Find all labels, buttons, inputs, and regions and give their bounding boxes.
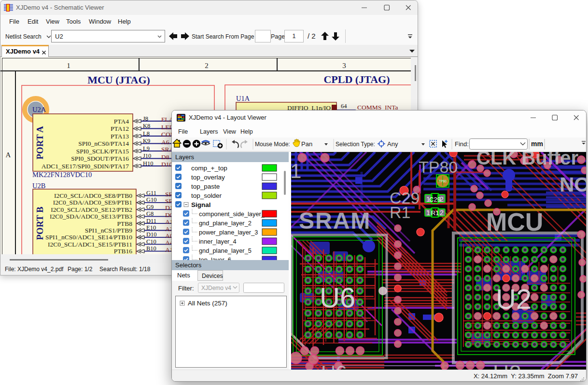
svg-text:gnd_plane_layer_5: gnd_plane_layer_5 — [199, 247, 252, 254]
svg-text:SPI0_nCS0/PTA14: SPI0_nCS0/PTA14 — [78, 140, 129, 147]
svg-text:SRAM: SRAM — [299, 208, 371, 234]
svg-text:CLK Buffer: CLK Buffer — [476, 152, 578, 168]
svg-text:1: 1 — [291, 160, 301, 182]
svg-text:mm: mm — [531, 140, 543, 148]
svg-text:U2: U2 — [493, 360, 521, 370]
svg-text:U6: U6 — [321, 361, 347, 370]
svg-text:CPLD (JTAG): CPLD (JTAG) — [323, 73, 390, 85]
svg-text:top_overlay: top_overlay — [191, 174, 225, 181]
svg-text:J8: J8 — [143, 115, 148, 122]
svg-text:K8: K8 — [143, 123, 150, 129]
svg-text:B10: B10 — [146, 245, 156, 252]
svg-text:NO: NO — [560, 173, 587, 196]
svg-text:2: 2 — [440, 195, 444, 203]
svg-text:Signal: Signal — [191, 201, 211, 208]
svg-text:MK22FN128VDC10: MK22FN128VDC10 — [32, 171, 92, 179]
svg-text:A: A — [6, 151, 11, 159]
svg-text:Selectors: Selectors — [175, 261, 202, 269]
svg-text:Find:: Find: — [455, 140, 469, 148]
svg-text:top_paste: top_paste — [191, 183, 220, 190]
svg-text:SPI0_SCLK/PTA15: SPI0_SCLK/PTA15 — [76, 148, 129, 155]
svg-text:K9: K9 — [143, 138, 150, 144]
svg-text:64: 64 — [341, 103, 347, 110]
svg-text:PORT A: PORT A — [35, 126, 45, 159]
svg-text:PTA13: PTA13 — [111, 133, 129, 140]
svg-text:power_plane_layer_3: power_plane_layer_3 — [199, 229, 258, 236]
svg-text:Selection Type:: Selection Type: — [336, 141, 375, 148]
svg-text:All Nets (257): All Nets (257) — [188, 300, 227, 307]
svg-text:I2C0_SCL/ADC0_SE8/PTB0: I2C0_SCL/ADC0_SE8/PTB0 — [54, 192, 132, 199]
svg-text:top_solder: top_solder — [191, 192, 222, 199]
svg-text:1: 1 — [426, 209, 430, 217]
svg-text:A6: A6 — [161, 138, 169, 146]
svg-text:gnd_plane_layer_2: gnd_plane_layer_2 — [199, 220, 252, 227]
svg-text:G8: G8 — [146, 210, 154, 217]
svg-text:I2C0_SCL/ADC1_SE15/PTB11: I2C0_SCL/ADC1_SE15/PTB11 — [48, 241, 132, 248]
svg-text:Nets: Nets — [177, 272, 190, 279]
svg-text:R1: R1 — [390, 203, 410, 221]
svg-text:1: 1 — [67, 62, 70, 69]
svg-text:H10: H10 — [143, 160, 154, 167]
svg-text:L8: L8 — [143, 130, 150, 137]
svg-text:U1A: U1A — [236, 95, 250, 102]
svg-text:U6: U6 — [320, 282, 355, 313]
svg-text:U2: U2 — [496, 283, 532, 315]
svg-text:Layers: Layers — [175, 153, 195, 161]
svg-text:C29: C29 — [429, 196, 441, 203]
svg-text:G9: G9 — [146, 204, 154, 210]
svg-text:E10: E10 — [146, 224, 156, 231]
svg-text:PTB8: PTB8 — [117, 220, 132, 227]
svg-text:D10: D10 — [146, 231, 157, 238]
svg-text:PTB16: PTB16 — [114, 248, 133, 254]
svg-text:Filter:: Filter: — [178, 285, 194, 292]
svg-text:J10: J10 — [143, 152, 151, 159]
svg-text:2: 2 — [205, 62, 209, 69]
svg-text:SPI0_SDOUT/PTA16: SPI0_SDOUT/PTA16 — [71, 155, 129, 162]
svg-text:G10: G10 — [146, 196, 157, 203]
svg-text:R1: R1 — [431, 209, 439, 217]
svg-text:I2C0_SDA/ADC0_SE13/PTB3: I2C0_SDA/ADC0_SE13/PTB3 — [50, 213, 132, 220]
svg-text:I2C0_SDA/ADC0_SE9/PTB1: I2C0_SDA/ADC0_SE9/PTB1 — [53, 199, 132, 206]
svg-text:U2A: U2A — [32, 106, 46, 113]
svg-text:2: 2 — [440, 209, 444, 217]
svg-text:3: 3 — [342, 62, 346, 69]
svg-text:D11: D11 — [146, 218, 156, 224]
svg-text:PORT B: PORT B — [35, 206, 45, 240]
svg-text:comp_+_top: comp_+_top — [191, 165, 227, 172]
svg-text:ADC1_SE17/SPI0_SDIN/PTA17: ADC1_SE17/SPI0_SDIN/PTA17 — [42, 163, 129, 170]
svg-text:D10: D10 — [161, 161, 172, 168]
svg-text:L9: L9 — [143, 145, 150, 152]
svg-text:TP80: TP80 — [419, 158, 458, 176]
svg-text:C10: C10 — [146, 238, 156, 245]
svg-text:MCU: MCU — [486, 208, 543, 236]
svg-text:inner_layer_4: inner_layer_4 — [199, 238, 237, 245]
svg-text:D8: D8 — [161, 153, 169, 161]
svg-text:Pan: Pan — [301, 140, 312, 148]
svg-text:I2C0_SCL/ADC0_SE12/PTB2: I2C0_SCL/ADC0_SE12/PTB2 — [51, 206, 132, 213]
svg-text:XJDemo v4: XJDemo v4 — [201, 285, 231, 291]
svg-text:U2B: U2B — [32, 182, 45, 190]
svg-text:SPI1_nCS1/PTB9: SPI1_nCS1/PTB9 — [85, 227, 133, 234]
svg-text:G11: G11 — [146, 190, 156, 196]
svg-text:Any: Any — [387, 140, 398, 148]
svg-text:SPI1_nCS0/ADC1_SE14/PTB10: SPI1_nCS0/ADC1_SE14/PTB10 — [45, 234, 132, 241]
svg-text:Devices: Devices — [202, 273, 223, 279]
svg-text:MCU (JTAG): MCU (JTAG) — [87, 74, 150, 86]
svg-text:Mouse Mode:: Mouse Mode: — [255, 141, 290, 148]
svg-text:component_side_layer_1: component_side_layer_1 — [199, 210, 268, 218]
svg-text:PTA12: PTA12 — [111, 125, 129, 132]
svg-text:PTA4: PTA4 — [114, 118, 129, 125]
svg-text:TP80: TP80 — [439, 179, 447, 183]
